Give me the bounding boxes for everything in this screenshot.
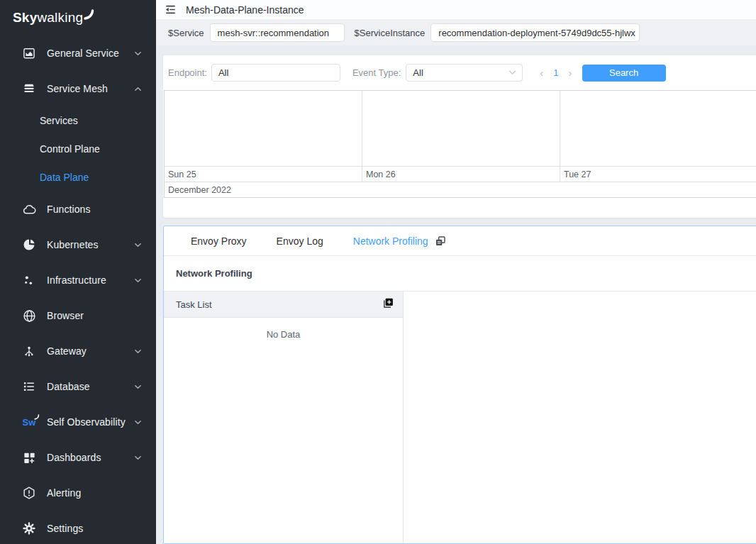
service-label: $Service: [168, 28, 204, 38]
variables-filter-bar: $Service mesh-svr::recommendation $Servi…: [156, 20, 756, 45]
network-profiling-widget: Task List No Data: [164, 292, 756, 543]
sidebar-item-gateway[interactable]: Gateway: [0, 333, 156, 369]
timeline-cell[interactable]: [165, 91, 362, 166]
next-page-button[interactable]: ›: [563, 67, 578, 78]
sidebar-item-label: Dashboards: [47, 452, 134, 463]
service-select-value: mesh-svr::recommendation: [218, 28, 330, 38]
tab-envoy-proxy[interactable]: Envoy Proxy: [176, 235, 262, 247]
sidebar-item-browser[interactable]: Browser: [0, 298, 156, 333]
sidebar-item-label: Gateway: [47, 345, 134, 357]
chevron-down-icon: [134, 418, 142, 426]
search-button[interactable]: Search: [582, 65, 666, 82]
service-instance-select[interactable]: recommendation-deployment-5749d9dc55-hjl…: [430, 23, 640, 42]
gateway-icon: [21, 343, 37, 359]
widget-title-row: Network Profiling: [164, 256, 756, 292]
event-type-select-value: All: [413, 67, 423, 78]
chevron-down-icon: [134, 348, 142, 355]
event-type-select[interactable]: All: [406, 64, 523, 82]
cloud-icon: [21, 201, 37, 217]
tab-bar: Envoy Proxy Envoy Log Network Profiling: [164, 226, 756, 256]
timeline-cell[interactable]: [560, 91, 756, 166]
timeline-day-label: Mon 26: [362, 167, 560, 182]
skywalking-logo[interactable]: Skywalking: [0, 0, 156, 35]
new-task-icon[interactable]: [382, 297, 394, 312]
sidebar-item-kubernetes[interactable]: Kubernetes: [0, 227, 156, 262]
globe-icon: [21, 308, 37, 323]
current-page[interactable]: 1: [549, 67, 562, 78]
service-instance-select-value: recommendation-deployment-5749d9dc55-hjl…: [438, 28, 635, 38]
gear-icon: [21, 521, 37, 536]
layers-icon: [21, 81, 37, 96]
profiling-graph-area: [404, 292, 756, 543]
page-header: Mesh-Data-Plane-Instance: [156, 0, 756, 20]
logo-text: walking: [37, 10, 83, 26]
timeline-month-label: December 2022: [165, 182, 756, 197]
sidebar-item-label: Functions: [47, 204, 142, 215]
tab-envoy-log[interactable]: Envoy Log: [262, 235, 338, 247]
chevron-down-icon: [134, 241, 142, 249]
logo-text-bold: Sky: [13, 10, 37, 26]
timeline-day-label: Tue 27: [560, 167, 756, 182]
endpoint-input[interactable]: [211, 64, 340, 82]
chevron-down-icon: [134, 50, 142, 57]
events-toolbar: Endpoint: Event Type: All ‹ 1 › Search: [163, 55, 756, 90]
prev-page-button[interactable]: ‹: [534, 67, 549, 78]
sidebar-item-label: Database: [47, 381, 134, 392]
task-list-column: Task List No Data: [164, 292, 404, 543]
sidebar-item-label: Kubernetes: [47, 239, 134, 250]
sidebar-item-alerting[interactable]: Alerting: [0, 475, 156, 511]
tab-network-profiling[interactable]: Network Profiling: [338, 235, 461, 247]
sidebar-item-settings[interactable]: Settings: [0, 511, 156, 544]
alert-hexagon-icon: [21, 485, 37, 501]
sidebar-item-label: Services: [40, 115, 78, 126]
dashboard-plus-icon: [21, 450, 37, 465]
tab-label: Network Profiling: [353, 235, 428, 247]
sidebar-item-label: Alerting: [47, 487, 142, 499]
dashboard-body: Endpoint: Event Type: All ‹ 1 › Search: [156, 45, 756, 544]
no-data-message: No Data: [164, 329, 403, 340]
sidebar-item-service-mesh[interactable]: Service Mesh: [0, 71, 156, 106]
app-window: Skywalking General Service Service Mesh …: [0, 0, 756, 544]
events-pagination: ‹ 1 ›: [534, 67, 577, 78]
sidebar-item-general-service[interactable]: General Service: [0, 35, 156, 71]
task-list-header: Task List: [164, 292, 403, 318]
service-select[interactable]: mesh-svr::recommendation: [210, 23, 345, 42]
timeline-cells[interactable]: [165, 91, 756, 166]
sidebar-item-self-observability[interactable]: Sw Self Observability: [0, 404, 156, 440]
copy-icon[interactable]: [435, 235, 446, 247]
tab-label: Envoy Proxy: [191, 235, 247, 247]
endpoint-label: Endpoint:: [168, 67, 207, 78]
sidebar-item-label: Settings: [47, 523, 142, 534]
sidebar-item-services[interactable]: Services: [0, 106, 156, 135]
sidebar-item-data-plane[interactable]: Data Plane: [0, 163, 156, 191]
timeline-day-labels: Sun 25 Mon 26 Tue 27: [165, 166, 756, 182]
events-panel: Endpoint: Event Type: All ‹ 1 › Search: [163, 55, 756, 218]
page-title: Mesh-Data-Plane-Instance: [186, 4, 304, 16]
widget-title: Network Profiling: [176, 268, 252, 279]
events-timeline-chart[interactable]: Sun 25 Mon 26 Tue 27 December 2022: [164, 90, 756, 198]
instance-tabs-panel: Envoy Proxy Envoy Log Network Profiling …: [163, 226, 756, 544]
sidebar-item-label: Browser: [47, 310, 142, 321]
dots-icon: [21, 272, 37, 288]
kubernetes-icon: [21, 237, 37, 252]
sidebar-item-functions[interactable]: Functions: [0, 191, 156, 227]
chart-icon: [21, 45, 37, 61]
sidebar-item-dashboards[interactable]: Dashboards: [0, 440, 156, 475]
main-content: Mesh-Data-Plane-Instance $Service mesh-s…: [156, 0, 756, 544]
fold-menu-icon[interactable]: [165, 4, 177, 16]
logo-swoosh-icon: [84, 9, 94, 20]
chevron-up-icon: [134, 85, 142, 93]
chevron-down-icon: [508, 70, 516, 75]
sidebar-item-database[interactable]: Database: [0, 369, 156, 404]
chevron-down-icon: [134, 454, 142, 462]
task-list-title: Task List: [176, 299, 212, 310]
sidebar-item-label: Infrastructure: [47, 274, 134, 286]
sidebar: Skywalking General Service Service Mesh …: [0, 0, 156, 544]
sidebar-item-label: Self Observability: [47, 416, 134, 428]
timeline-cell[interactable]: [362, 91, 560, 166]
sidebar-item-control-plane[interactable]: Control Plane: [0, 135, 156, 163]
sidebar-item-infrastructure[interactable]: Infrastructure: [0, 262, 156, 298]
timeline-day-label: Sun 25: [165, 167, 362, 182]
sidebar-item-label: Control Plane: [40, 143, 100, 155]
database-icon: [21, 379, 37, 394]
